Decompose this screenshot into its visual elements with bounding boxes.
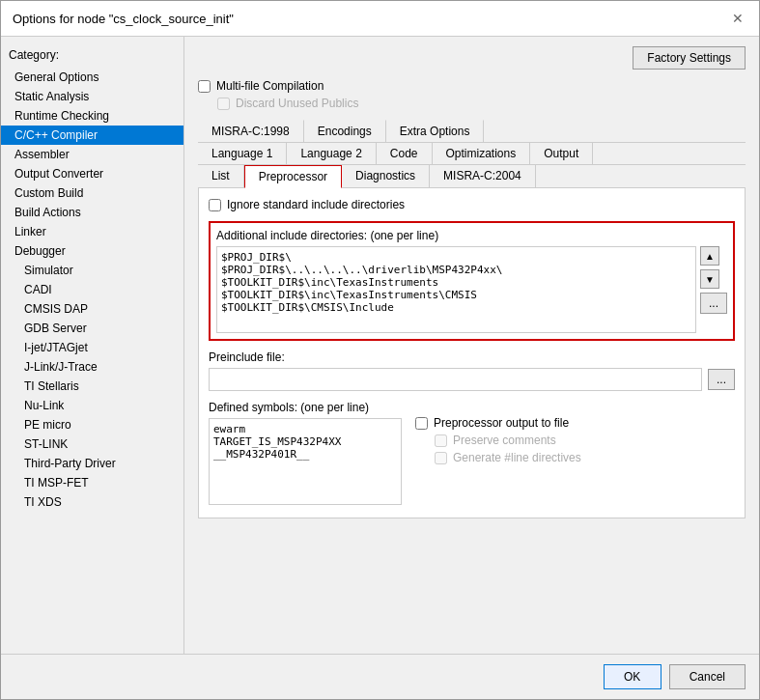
tab-output[interactable]: Output: [530, 143, 593, 164]
ignore-std-checkbox[interactable]: [209, 199, 221, 211]
options-dialog: Options for node "cs_clock_source_init" …: [0, 0, 760, 700]
sidebar-item-ti-msp-fet[interactable]: TI MSP-FET: [1, 473, 183, 492]
generate-line-label: Generate #line directives: [453, 451, 581, 464]
ignore-std-label: Ignore standard include directories: [227, 198, 405, 211]
tab-encodings[interactable]: Encodings: [304, 120, 386, 142]
category-label: Category:: [1, 44, 183, 68]
tab-content: Ignore standard include directories Addi…: [198, 188, 746, 518]
preserve-comments-row: Preserve comments: [435, 434, 735, 447]
sidebar-item-debugger[interactable]: Debugger: [1, 241, 183, 261]
main-content: Factory Settings Multi-file Compilation …: [184, 37, 759, 654]
preprocessor-options: Preprocessor output to file Preserve com…: [415, 401, 735, 508]
tab-misra-c-1998[interactable]: MISRA-C:1998: [198, 120, 304, 142]
sidebar-item-linker[interactable]: Linker: [1, 222, 183, 241]
dialog-body: Category: General OptionsStatic Analysis…: [1, 37, 759, 654]
sidebar-item-static-analysis[interactable]: Static Analysis: [1, 87, 183, 106]
discard-unused-checkbox: [217, 98, 230, 110]
sidebar-item-st-link[interactable]: ST-LINK: [1, 434, 183, 454]
sidebar-item-nu-link[interactable]: Nu-Link: [1, 396, 183, 415]
preserve-comments-checkbox: [435, 434, 447, 447]
defined-symbols-label: Defined symbols: (one per line): [209, 401, 402, 414]
include-dirs-inner: ▲ ▼ ...: [216, 246, 727, 333]
sidebar-item-custom-build[interactable]: Custom Build: [1, 183, 183, 203]
sidebar-item-runtime-checking[interactable]: Runtime Checking: [1, 106, 183, 126]
tab-diagnostics[interactable]: Diagnostics: [342, 165, 430, 187]
tab-extra-options[interactable]: Extra Options: [386, 120, 485, 142]
scroll-down-button[interactable]: ▼: [700, 269, 719, 289]
tab-code[interactable]: Code: [377, 143, 433, 164]
sidebar-item-pe-micro[interactable]: PE micro: [1, 415, 183, 434]
sidebar-item-assembler[interactable]: Assembler: [1, 145, 183, 164]
include-dirs-label: Additional include directories: (one per…: [216, 229, 727, 242]
generate-line-row: Generate #line directives: [435, 451, 735, 464]
sidebar-item-build-actions[interactable]: Build Actions: [1, 203, 183, 222]
preinclude-section: Preinclude file: ...: [209, 350, 735, 391]
preinclude-input[interactable]: [209, 368, 702, 391]
tab-optimizations[interactable]: Optimizations: [433, 143, 531, 164]
sidebar-item-ti-stellaris[interactable]: TI Stellaris: [1, 377, 183, 396]
defined-symbols-textarea[interactable]: [209, 418, 402, 505]
dialog-title: Options for node "cs_clock_source_init": [13, 12, 234, 26]
sidebar-item-third-party[interactable]: Third-Party Driver: [1, 454, 183, 473]
include-dirs-browse-button[interactable]: ...: [700, 293, 727, 314]
preinclude-row: ...: [209, 368, 735, 391]
include-dirs-buttons: ▲ ▼ ...: [700, 246, 727, 333]
pp-output-row: Preprocessor output to file: [415, 416, 735, 430]
factory-btn-row: Factory Settings: [198, 46, 746, 70]
defined-symbols-section: Defined symbols: (one per line): [209, 401, 402, 508]
tabs-row-2: Language 1Language 2CodeOptimizationsOut…: [198, 143, 746, 165]
dialog-footer: OK Cancel: [1, 654, 759, 699]
generate-line-checkbox: [435, 452, 447, 464]
title-bar: Options for node "cs_clock_source_init" …: [1, 1, 759, 37]
sidebar-item-output-converter[interactable]: Output Converter: [1, 164, 183, 183]
preserve-comments-label: Preserve comments: [453, 434, 556, 447]
scroll-up-button[interactable]: ▲: [700, 246, 719, 266]
multi-file-row: Multi-file Compilation: [198, 79, 746, 93]
discard-unused-row: Discard Unused Publics: [217, 97, 746, 110]
sidebar-item-jlink[interactable]: J-Link/J-Trace: [1, 357, 183, 377]
tab-misra-c-2004[interactable]: MISRA-C:2004: [430, 165, 536, 187]
sidebar-item-cadi[interactable]: CADI: [1, 280, 183, 299]
sidebar-item-general-options[interactable]: General Options: [1, 68, 183, 87]
preinclude-browse-button[interactable]: ...: [708, 369, 735, 390]
sidebar-item-ti-xds[interactable]: TI XDS: [1, 492, 183, 512]
factory-settings-button[interactable]: Factory Settings: [633, 46, 746, 70]
sidebar-item-gdb-server[interactable]: GDB Server: [1, 319, 183, 338]
multi-file-checkbox[interactable]: [198, 80, 211, 93]
tab-language-2[interactable]: Language 2: [287, 143, 376, 164]
ignore-std-row: Ignore standard include directories: [209, 198, 735, 211]
tabs-row-1: MISRA-C:1998EncodingsExtra Options: [198, 120, 746, 143]
pp-output-checkbox[interactable]: [415, 417, 428, 430]
include-dirs-section: Additional include directories: (one per…: [209, 221, 735, 341]
discard-unused-label: Discard Unused Publics: [236, 97, 358, 110]
tab-language-1[interactable]: Language 1: [198, 143, 287, 164]
pp-output-label: Preprocessor output to file: [434, 416, 569, 430]
bottom-section: Defined symbols: (one per line) Preproce…: [209, 401, 735, 508]
cancel-button[interactable]: Cancel: [669, 664, 746, 689]
sidebar: Category: General OptionsStatic Analysis…: [1, 37, 184, 654]
sidebar-item-ijet[interactable]: I-jet/JTAGjet: [1, 338, 183, 357]
sidebar-item-simulator[interactable]: Simulator: [1, 261, 183, 280]
sidebar-item-cpp-compiler[interactable]: C/C++ Compiler: [1, 126, 183, 145]
close-button[interactable]: ✕: [728, 9, 747, 28]
tab-preprocessor[interactable]: Preprocessor: [244, 165, 342, 188]
ok-button[interactable]: OK: [604, 664, 661, 689]
include-dirs-textarea[interactable]: [216, 246, 696, 333]
preinclude-label: Preinclude file:: [209, 350, 735, 364]
tab-list[interactable]: List: [198, 165, 244, 187]
multi-file-label: Multi-file Compilation: [216, 79, 324, 93]
tabs-row-3: ListPreprocessorDiagnosticsMISRA-C:2004: [198, 165, 746, 188]
sidebar-item-cmsis-dap[interactable]: CMSIS DAP: [1, 299, 183, 319]
